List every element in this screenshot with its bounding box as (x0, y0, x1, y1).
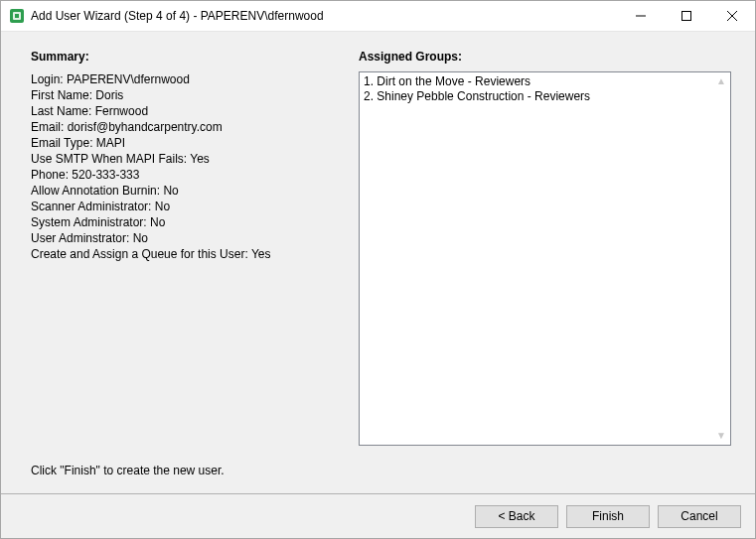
window-controls (618, 1, 755, 31)
button-row: < Back Finish Cancel (1, 494, 755, 538)
summary-heading: Summary: (31, 50, 359, 64)
groups-items: 1. Dirt on the Move - Reviewers2. Shiney… (364, 74, 713, 443)
svg-line-5 (727, 11, 737, 21)
svg-rect-4 (682, 12, 691, 21)
summary-line: Use SMTP When MAPI Fails: Yes (31, 151, 359, 167)
scrollbar[interactable]: ▲ ▼ (713, 73, 729, 444)
wizard-window: Add User Wizard (Step 4 of 4) - PAPERENV… (0, 0, 756, 539)
scroll-down-icon: ▼ (716, 428, 726, 444)
scroll-up-icon: ▲ (716, 73, 726, 89)
summary-line: First Name: Doris (31, 87, 359, 103)
window-title: Add User Wizard (Step 4 of 4) - PAPERENV… (31, 9, 618, 23)
summary-line: Email Type: MAPI (31, 135, 359, 151)
close-button[interactable] (709, 1, 755, 31)
list-item[interactable]: 2. Shiney Pebble Construction - Reviewer… (364, 89, 713, 104)
cancel-button[interactable]: Cancel (658, 505, 741, 528)
assigned-groups-list[interactable]: 1. Dirt on the Move - Reviewers2. Shiney… (359, 71, 731, 446)
minimize-button[interactable] (618, 1, 664, 31)
hint-text: Click "Finish" to create the new user. (1, 456, 755, 493)
summary-line: Scanner Administrator: No (31, 199, 359, 214)
groups-heading: Assigned Groups: (359, 50, 731, 64)
titlebar: Add User Wizard (Step 4 of 4) - PAPERENV… (1, 1, 755, 32)
summary-line: Create and Assign a Queue for this User:… (31, 246, 359, 262)
groups-column: Assigned Groups: 1. Dirt on the Move - R… (359, 50, 731, 450)
summary-line: Email: dorisf@byhandcarpentry.com (31, 119, 359, 135)
summary-line: Last Name: Fernwood (31, 103, 359, 119)
content-area: Summary: Login: PAPERENV\dfernwoodFirst … (1, 32, 755, 538)
summary-line: User Adminstrator: No (31, 230, 359, 246)
list-item[interactable]: 1. Dirt on the Move - Reviewers (364, 74, 713, 89)
summary-line: Phone: 520-333-333 (31, 167, 359, 183)
summary-column: Summary: Login: PAPERENV\dfernwoodFirst … (31, 50, 359, 450)
summary-line: Login: PAPERENV\dfernwood (31, 71, 359, 87)
finish-button[interactable]: Finish (566, 505, 650, 528)
summary-line: System Administrator: No (31, 214, 359, 230)
maximize-button[interactable] (664, 1, 709, 31)
svg-line-6 (727, 11, 737, 21)
body-area: Summary: Login: PAPERENV\dfernwoodFirst … (1, 32, 755, 456)
svg-rect-2 (15, 14, 19, 18)
summary-lines: Login: PAPERENV\dfernwoodFirst Name: Dor… (31, 71, 359, 262)
app-icon (9, 8, 25, 24)
summary-line: Allow Annotation Burnin: No (31, 183, 359, 199)
back-button[interactable]: < Back (475, 505, 558, 528)
